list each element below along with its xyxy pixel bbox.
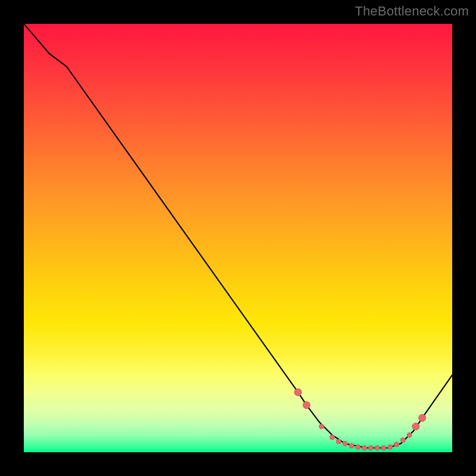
marker-dot: [368, 446, 373, 450]
marker-dot: [412, 423, 419, 430]
marker-dot: [388, 444, 393, 449]
plot-area: [24, 24, 452, 452]
marker-dot: [400, 438, 405, 443]
marker-dot: [319, 424, 324, 429]
marker-dot: [394, 442, 399, 447]
marker-dot: [356, 444, 361, 449]
marker-dot: [343, 441, 347, 446]
watermark-text: TheBottleneck.com: [355, 4, 469, 19]
marker-dot: [362, 446, 367, 450]
marker-dot: [295, 389, 302, 396]
curve-layer: [24, 24, 452, 452]
marker-dot: [419, 414, 426, 421]
curve-markers: [295, 389, 426, 450]
marker-dot: [375, 446, 380, 450]
marker-dot: [330, 435, 334, 440]
chart-frame: TheBottleneck.com: [0, 0, 476, 476]
marker-dot: [381, 446, 386, 450]
marker-dot: [349, 443, 354, 448]
marker-dot: [303, 402, 310, 409]
marker-dot: [407, 433, 412, 437]
marker-dot: [336, 439, 341, 444]
bottleneck-curve: [24, 24, 452, 448]
